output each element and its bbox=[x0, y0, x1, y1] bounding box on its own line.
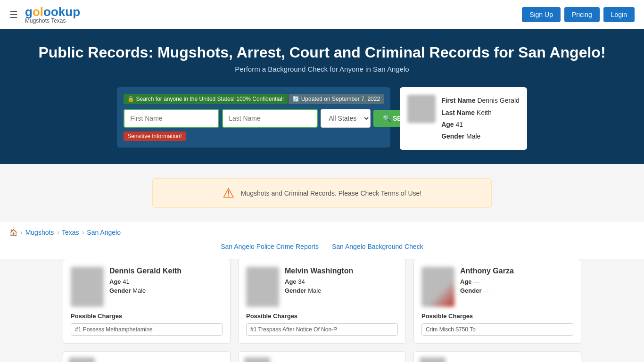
charge-3-0: Crim Misch $750 To bbox=[421, 323, 573, 336]
mugshot-card-1: Dennis Gerald Keith Age 41 Gender Male P… bbox=[63, 259, 231, 344]
mugshot-card-2: Melvin Washington Age 34 Gender Male Pos… bbox=[238, 259, 406, 344]
hero-subtitle: Perform a Background Check for Anyone in… bbox=[9, 65, 635, 73]
search-top-bar: 🔒 Search for anyone in the United States… bbox=[124, 94, 384, 104]
card-gender-1: Male bbox=[132, 287, 146, 294]
card-name-1[interactable]: Dennis Gerald Keith bbox=[109, 267, 182, 275]
person-last-name-value: Keith bbox=[477, 109, 492, 116]
charges-label-3: Possible Charges bbox=[421, 313, 573, 320]
warning-text: Mugshots and Criminal Records. Please Ch… bbox=[241, 189, 421, 197]
updated-badge: 🔄 Updated on September 7, 2022 bbox=[289, 94, 384, 104]
breadcrumb-san-angelo[interactable]: San Angelo bbox=[87, 229, 121, 236]
link-background-check[interactable]: San Angelo Background Check bbox=[332, 243, 423, 250]
mugshot-card-3: Anthony Garza Age — Gender — Possible Ch… bbox=[413, 259, 581, 344]
link-crime-reports[interactable]: San Angelo Police Crime Reports bbox=[221, 243, 319, 250]
person-age: Age 41 bbox=[441, 119, 520, 131]
person-first-name: First Name Dennis Gerald bbox=[441, 95, 520, 107]
header-nav: Sign Up Pricing Login bbox=[522, 7, 635, 22]
person-last-name: Last Name Keith bbox=[441, 107, 520, 119]
search-section: 🔒 Search for anyone in the United States… bbox=[0, 82, 644, 164]
site-header: ☰ golookup Mugshots Texas Sign Up Pricin… bbox=[0, 0, 644, 29]
hamburger-menu[interactable]: ☰ bbox=[9, 9, 18, 20]
logo-wrap: golookup Mugshots Texas bbox=[25, 5, 80, 24]
charges-label-1: Possible Charges bbox=[71, 313, 223, 320]
header-left: ☰ golookup Mugshots Texas bbox=[9, 5, 80, 24]
card-avatar-3 bbox=[421, 267, 454, 307]
hero-section: Public Records: Mugshots, Arrest, Court … bbox=[0, 29, 644, 82]
card-gender-3: — bbox=[483, 287, 489, 294]
card-age-3: — bbox=[473, 278, 479, 285]
person-age-value: 41 bbox=[455, 121, 463, 128]
breadcrumb-section: 🏠 › Mugshots › Texas › San Angelo bbox=[0, 222, 644, 243]
logo-subtitle: Mugshots Texas bbox=[25, 17, 66, 24]
partial-card-1: Angelo Clar... bbox=[63, 351, 231, 362]
breadcrumb-mugshots[interactable]: Mugshots bbox=[25, 229, 54, 236]
person-preview-card: First Name Dennis Gerald Last Name Keith… bbox=[400, 87, 527, 150]
links-bar: San Angelo Police Crime Reports San Ange… bbox=[0, 243, 644, 250]
card-age-1: 41 bbox=[123, 278, 129, 285]
person-first-name-value: Dennis Gerald bbox=[477, 97, 520, 104]
partial-avatar-3 bbox=[420, 357, 446, 362]
card-gender-2: Male bbox=[308, 287, 321, 294]
hero-title: Public Records: Mugshots, Arrest, Court … bbox=[9, 43, 635, 61]
card-avatar-1 bbox=[71, 267, 104, 307]
cards-section: Dennis Gerald Keith Age 41 Gender Male P… bbox=[0, 259, 644, 362]
breadcrumb-home[interactable]: 🏠 bbox=[9, 229, 17, 236]
first-name-input[interactable] bbox=[124, 109, 219, 128]
search-box: 🔒 Search for anyone in the United States… bbox=[117, 87, 390, 148]
partial-avatar-1 bbox=[69, 357, 95, 362]
person-avatar bbox=[407, 95, 436, 123]
pricing-button[interactable]: Pricing bbox=[564, 7, 600, 22]
card-name-3[interactable]: Anthony Garza bbox=[460, 267, 514, 275]
partial-card-2: C. Melvin Aar... bbox=[238, 351, 406, 362]
person-gender: Gender Male bbox=[441, 131, 520, 142]
card-name-2[interactable]: Melvin Washington bbox=[285, 267, 353, 275]
charges-label-2: Possible Charges bbox=[246, 313, 398, 320]
search-inputs: All States Alabama Alaska Arizona Texas … bbox=[124, 109, 384, 128]
breadcrumb-texas[interactable]: Texas bbox=[62, 229, 79, 236]
state-select[interactable]: All States Alabama Alaska Arizona Texas bbox=[321, 109, 371, 128]
cards-grid: Dennis Gerald Keith Age 41 Gender Male P… bbox=[63, 259, 581, 362]
partial-card-3: Trisha Joi... bbox=[413, 351, 581, 362]
last-name-input[interactable] bbox=[222, 109, 318, 128]
confidential-badge: 🔒 Search for anyone in the United States… bbox=[124, 94, 288, 104]
sensitive-badge: Sensitive Information! bbox=[124, 132, 185, 141]
warning-icon: ⚠ bbox=[223, 185, 234, 201]
signup-button[interactable]: Sign Up bbox=[522, 7, 561, 22]
person-info: First Name Dennis Gerald Last Name Keith… bbox=[441, 95, 520, 142]
breadcrumb: 🏠 › Mugshots › Texas › San Angelo bbox=[9, 229, 635, 236]
card-avatar-2 bbox=[246, 267, 279, 307]
charge-2-0: #1 Trespass After Notice Of Non-P bbox=[246, 323, 398, 336]
partial-avatar-2 bbox=[244, 357, 270, 362]
card-age-2: 34 bbox=[298, 278, 305, 285]
login-button[interactable]: Login bbox=[603, 7, 635, 22]
person-gender-value: Male bbox=[466, 132, 480, 140]
warning-bar: ⚠ Mugshots and Criminal Records. Please … bbox=[152, 178, 492, 208]
charge-1-0: #1 Possess Methamphetamine bbox=[71, 323, 223, 336]
